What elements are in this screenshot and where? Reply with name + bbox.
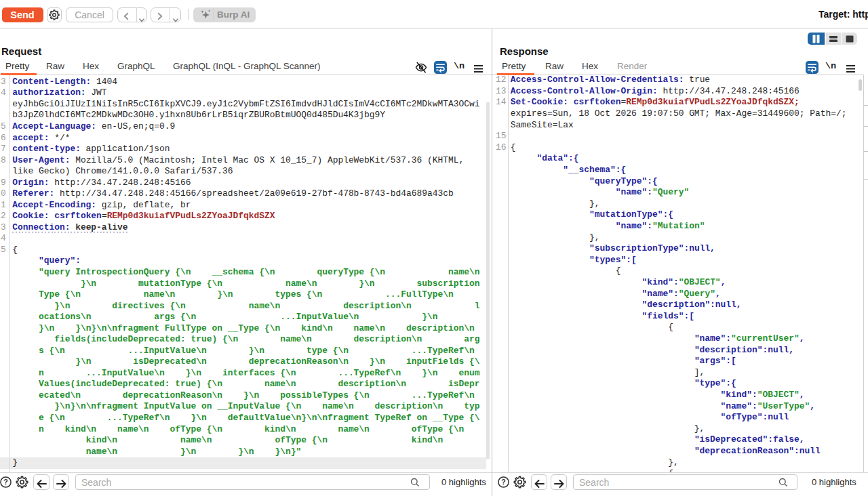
svg-text:?: ? xyxy=(3,478,7,486)
svg-text:?: ? xyxy=(501,478,505,486)
